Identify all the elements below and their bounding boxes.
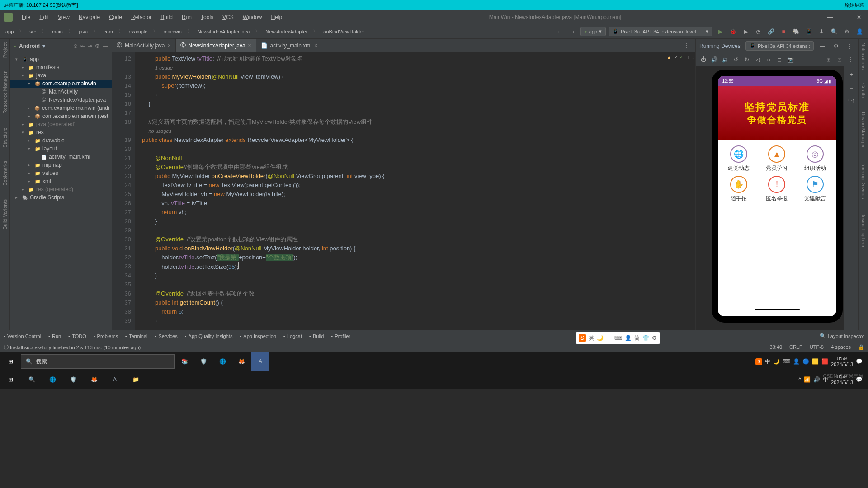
close-tab-icon[interactable]: ×	[314, 42, 317, 49]
profile-icon[interactable]: ◔	[753, 27, 763, 37]
tree-item[interactable]: ⒸMainActivity	[10, 88, 112, 96]
layout-inspector-tab[interactable]: 🔍 Layout Inspector	[820, 333, 864, 339]
tree-item[interactable]: ▸📁xml	[10, 177, 112, 185]
ime-simp[interactable]: 简	[634, 334, 640, 342]
app-grid-item[interactable]: ⚑党建献言	[798, 176, 833, 202]
emu-recent-icon[interactable]: ◻	[774, 55, 784, 65]
breadcrumb-item[interactable]: java	[77, 28, 90, 35]
editor-tab[interactable]: ⒸNewsIndexAdapter.java×	[176, 39, 256, 52]
bottom-tab-version-control[interactable]: ▪ Version Control	[4, 333, 41, 339]
inspection-widget[interactable]: ▲2 ✓1 ↕	[666, 54, 694, 60]
rail-running-devices[interactable]: Running Devices	[861, 161, 866, 199]
rail-notifications[interactable]: Notifications	[861, 42, 866, 70]
nav-back-icon[interactable]: ←	[555, 27, 565, 37]
close-button[interactable]: ✕	[854, 12, 864, 23]
breadcrumb-item[interactable]: main	[50, 28, 65, 35]
editor-tab[interactable]: ⒸMainActivity.java×	[112, 39, 176, 52]
tabs-more-icon[interactable]: ⋮	[682, 41, 692, 51]
emu-zoom-out-icon[interactable]: −	[846, 83, 856, 93]
ime-bar[interactable]: S 英 🌙 ， ⌨ 👤 简 👕 ⚙	[576, 332, 660, 344]
tree-item[interactable]: ⒸNewsIndexAdapter.java	[10, 96, 112, 104]
attach-icon[interactable]: 🔗	[766, 27, 776, 37]
panel-hide-icon[interactable]: —	[103, 43, 108, 49]
task-studio2-icon[interactable]: A	[106, 371, 124, 389]
tree-item[interactable]: ▸📦com.example.mainwin (test	[10, 112, 112, 120]
emu-menu-icon[interactable]: ⋮	[845, 55, 855, 65]
panel-collapse-icon[interactable]: ⇤	[80, 43, 85, 49]
rail-structure[interactable]: Structure	[2, 127, 8, 148]
panel-settings-icon[interactable]: ⚙	[95, 43, 100, 49]
task-shield2-icon[interactable]: 🛡️	[64, 371, 82, 389]
tree-item[interactable]: ▸📁values	[10, 169, 112, 177]
task-edge2-icon[interactable]: 🌐	[43, 371, 61, 389]
editor-tab[interactable]: 📄activity_main.xml×	[256, 40, 322, 52]
breadcrumb-item[interactable]: NewsIndexAdapter.java	[196, 28, 252, 35]
emu-rotr-icon[interactable]: ↻	[742, 55, 752, 65]
avd-icon[interactable]: 📱	[804, 27, 814, 37]
emu-zoom-in-icon[interactable]: +	[846, 70, 856, 80]
close-tab-icon[interactable]: ×	[248, 42, 251, 49]
bottom-tab-terminal[interactable]: ▪ Terminal	[125, 333, 147, 339]
debug-button[interactable]: 🐞	[728, 27, 738, 37]
account-icon[interactable]: 👤	[854, 27, 864, 37]
tree-item[interactable]: ▾📁java	[10, 71, 112, 80]
emu-extra1-icon[interactable]: ⊞	[824, 55, 834, 65]
bottom-tab-services[interactable]: ▪ Services	[155, 333, 178, 339]
ime-keyboard-icon[interactable]: ⌨	[614, 335, 622, 341]
system-tray-1[interactable]: S 中🌙⌨👤🔵🟨🟥 8:592024/6/13 💬	[755, 356, 866, 367]
emu-settings-icon[interactable]: ⚙	[831, 41, 841, 51]
code[interactable]: public TextView tvTitle; //显示新闻标题的TextVi…	[135, 52, 695, 330]
menu-edit[interactable]: Edit	[36, 12, 52, 22]
bottom-tab-app-inspection[interactable]: ▪ App Inspection	[240, 333, 276, 339]
rail-project[interactable]: Project	[2, 42, 8, 58]
run-button[interactable]: ▶	[715, 27, 725, 37]
tree-item[interactable]: ▸📁res (generated)	[10, 185, 112, 193]
rail-build-variants[interactable]: Build Variants	[2, 199, 8, 230]
settings-icon[interactable]: ⚙	[842, 27, 852, 37]
menu-refactor[interactable]: Refactor	[127, 12, 155, 22]
tree-item[interactable]: ▸📁mipmap	[10, 161, 112, 169]
nav-fwd-icon[interactable]: →	[568, 27, 578, 37]
editor-body[interactable]: 12 131415161718 192021222324252627282930…	[112, 52, 695, 330]
emu-hide-icon[interactable]: —	[817, 41, 827, 51]
emu-extra2-icon[interactable]: ⊡	[835, 55, 844, 65]
search-icon[interactable]: 🔍	[829, 27, 839, 37]
emu-more-icon[interactable]: ⋮	[844, 41, 854, 51]
bottom-tab-run[interactable]: ▪ Run	[48, 333, 61, 339]
tree-item[interactable]: ▾📱app	[10, 55, 112, 63]
app-grid-item[interactable]: ✋随手拍	[722, 176, 756, 202]
emu-voldn-icon[interactable]: 🔉	[720, 55, 730, 65]
menu-help[interactable]: Help	[267, 12, 286, 22]
emu-rotl-icon[interactable]: ↺	[731, 55, 741, 65]
app-grid-item[interactable]: ▲党员学习	[760, 145, 794, 172]
tree-item[interactable]: ▸📦com.example.mainwin (andr	[10, 104, 112, 112]
task-firefox-icon[interactable]: 🦊	[232, 352, 250, 371]
menu-tools[interactable]: Tools	[197, 12, 217, 22]
rail-bookmarks[interactable]: Bookmarks	[2, 161, 8, 186]
menu-vcs[interactable]: VCS	[219, 12, 237, 22]
ime-lang[interactable]: 英	[589, 334, 594, 342]
notifications-icon[interactable]: 💬	[856, 358, 863, 365]
app-grid-item[interactable]: !匿名举报	[760, 176, 794, 202]
panel-title[interactable]: Android	[19, 43, 40, 49]
close-tab-icon[interactable]: ×	[167, 42, 170, 49]
ime-person-icon[interactable]: 👤	[625, 335, 632, 341]
stop-button[interactable]: ■	[778, 27, 788, 37]
breadcrumb[interactable]: app〉src〉main〉java〉com〉example〉mainwin〉Ne…	[4, 27, 366, 36]
emu-zoom-fit-icon[interactable]: 1:1	[846, 97, 856, 107]
emu-shot-icon[interactable]: 📷	[785, 55, 795, 65]
breadcrumb-item[interactable]: src	[28, 28, 38, 35]
task-studio-icon[interactable]: A	[251, 352, 269, 371]
breadcrumb-item[interactable]: example	[127, 28, 150, 35]
task-app1-icon[interactable]: 📚	[175, 352, 193, 371]
start-button[interactable]: ⊞	[2, 352, 20, 371]
task-search-icon[interactable]: 🔍	[23, 371, 41, 389]
menu-window[interactable]: Window	[239, 12, 266, 22]
tree-item[interactable]: ▸📁java (generated)	[10, 120, 112, 128]
task-edge-icon[interactable]: 🌐	[213, 352, 231, 371]
rail-resource-manager[interactable]: Resource Manager	[2, 71, 8, 114]
caret-pos[interactable]: 33:40	[770, 344, 783, 350]
project-tree[interactable]: ▾📱app▸📁manifests▾📁java▾📦com.example.main…	[10, 53, 112, 330]
ime-gear-icon[interactable]: ⚙	[652, 335, 657, 341]
emu-power-icon[interactable]: ⏻	[698, 55, 708, 65]
